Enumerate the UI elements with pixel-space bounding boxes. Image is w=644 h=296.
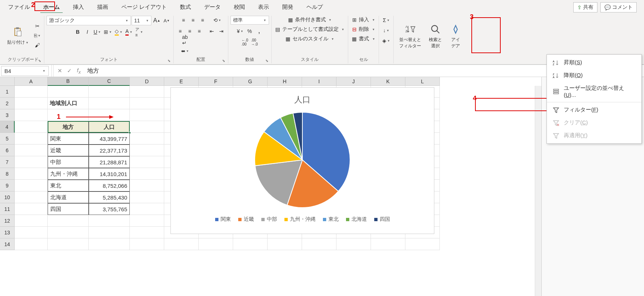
row-header-8[interactable]: 8 [0, 168, 15, 180]
row-header-3[interactable]: 3 [0, 109, 15, 121]
font-size-select[interactable]: 11▼ [132, 16, 151, 25]
bold-button[interactable]: B [73, 28, 82, 36]
sort-desc-item[interactable]: ZA 降順(O) [547, 69, 641, 82]
cell-D13[interactable] [130, 227, 164, 238]
insert-cells-button[interactable]: ⊞挿入▼ [351, 16, 376, 24]
col-header-A[interactable]: A [15, 77, 48, 86]
cell-B7[interactable]: 中部 [48, 156, 89, 168]
tab-ファイル[interactable]: ファイル [3, 1, 35, 13]
cell-L14[interactable] [405, 238, 440, 250]
col-header-L[interactable]: L [405, 77, 440, 86]
cell-D1[interactable] [130, 86, 164, 98]
select-all-corner[interactable] [0, 77, 15, 86]
paste-button[interactable]: 貼り付け▼ [4, 25, 32, 47]
cell-A2[interactable] [15, 98, 48, 109]
merge-button[interactable]: ⬌▼ [179, 47, 191, 55]
cell-C13[interactable] [89, 227, 130, 238]
border-button[interactable]: ⊞▼ [103, 28, 113, 36]
cell-I14[interactable] [302, 238, 336, 250]
row-header-11[interactable]: 11 [0, 203, 15, 215]
cell-A8[interactable] [15, 168, 48, 180]
col-header-H[interactable]: H [268, 77, 302, 86]
cell-C4[interactable]: 人口 [89, 121, 130, 133]
phonetic-button[interactable]: ア亜▼ [134, 28, 144, 36]
vertical-scrollbar[interactable] [535, 86, 541, 296]
cell-D4[interactable] [130, 121, 164, 133]
cell-A14[interactable] [15, 238, 48, 250]
cell-A11[interactable] [15, 203, 48, 215]
tab-ヘルプ[interactable]: ヘルプ [301, 1, 328, 13]
row-header-12[interactable]: 12 [0, 215, 15, 227]
decrease-decimal-button[interactable]: .00→.0 [250, 38, 259, 47]
col-header-F[interactable]: F [199, 77, 233, 86]
cell-F14[interactable] [199, 238, 233, 250]
cell-C6[interactable]: 22,377,173 [89, 145, 130, 156]
cell-D6[interactable] [130, 145, 164, 156]
legend-item-四国[interactable]: 四国 [374, 216, 390, 223]
cell-A10[interactable] [15, 191, 48, 203]
launcher-icon[interactable]: ⬊ [265, 59, 268, 63]
align-top-button[interactable]: ≡ [179, 16, 188, 25]
launcher-icon[interactable]: ⬊ [38, 59, 41, 63]
cell-E14[interactable] [164, 238, 199, 250]
cell-A1[interactable] [15, 86, 48, 98]
currency-button[interactable]: ¥▼ [236, 27, 244, 36]
sort-asc-item[interactable]: AZ 昇順(S) [547, 56, 641, 69]
name-box[interactable]: B4▼ [1, 66, 49, 76]
cell-C5[interactable]: 43,399,777 [89, 133, 130, 145]
legend-item-近畿[interactable]: 近畿 [238, 216, 254, 223]
cell-B9[interactable]: 東北 [48, 180, 89, 191]
cell-C2[interactable] [89, 98, 130, 109]
cell-B14[interactable] [48, 238, 89, 250]
tab-データ[interactable]: データ [199, 1, 226, 13]
tab-開発[interactable]: 開発 [277, 1, 298, 13]
row-header-1[interactable]: 1 [0, 86, 15, 98]
increase-decimal-button[interactable]: ←.0.00 [240, 38, 249, 47]
cell-B11[interactable]: 四国 [48, 203, 89, 215]
indent-increase-button[interactable]: ⇥ [217, 27, 226, 36]
cell-D12[interactable] [130, 215, 164, 227]
comment-button[interactable]: 💬 コメント [600, 2, 637, 12]
font-color-button[interactable]: A▼ [124, 28, 133, 36]
cell-D9[interactable] [130, 180, 164, 191]
cell-C11[interactable]: 3,755,765 [89, 203, 130, 215]
accept-formula-button[interactable]: ✓ [65, 66, 74, 76]
legend-item-北海道[interactable]: 北海道 [346, 216, 367, 223]
cell-D2[interactable] [130, 98, 164, 109]
tab-挿入[interactable]: 挿入 [68, 1, 89, 13]
cell-A3[interactable] [15, 109, 48, 121]
cell-C12[interactable] [89, 215, 130, 227]
tab-表示[interactable]: 表示 [253, 1, 274, 13]
row-header-7[interactable]: 7 [0, 156, 15, 168]
cell-D8[interactable] [130, 168, 164, 180]
launcher-icon[interactable]: ⬊ [222, 59, 225, 63]
cell-C14[interactable] [89, 238, 130, 250]
cell-B13[interactable] [48, 227, 89, 238]
fill-button[interactable]: ↓▼ [382, 26, 391, 35]
pie-chart[interactable]: 人口 関東近畿中部九州・沖縄東北北海道四国 [170, 87, 434, 234]
col-header-D[interactable]: D [130, 77, 164, 86]
cell-B1[interactable] [48, 86, 89, 98]
legend-item-九州・沖縄[interactable]: 九州・沖縄 [284, 216, 316, 223]
font-name-select[interactable]: 游ゴシック▼ [47, 16, 131, 25]
cell-D11[interactable] [130, 203, 164, 215]
filter-item[interactable]: フィルター(F) [547, 103, 641, 116]
col-header-E[interactable]: E [164, 77, 199, 86]
fx-button[interactable]: fx [74, 66, 84, 76]
delete-cells-button[interactable]: ⊟削除▼ [351, 25, 376, 33]
clear-button[interactable]: ◈▼ [381, 36, 391, 45]
row-header-14[interactable]: 14 [0, 238, 15, 250]
number-format-select[interactable]: 標準▼ [231, 16, 269, 25]
cell-D3[interactable] [130, 109, 164, 121]
cell-B8[interactable]: 九州・沖縄 [48, 168, 89, 180]
cell-D7[interactable] [130, 156, 164, 168]
col-header-I[interactable]: I [302, 77, 336, 86]
format-cells-button[interactable]: ▦書式▼ [350, 35, 376, 43]
col-header-J[interactable]: J [336, 77, 371, 86]
cell-B10[interactable]: 北海道 [48, 191, 89, 203]
tab-数式[interactable]: 数式 [175, 1, 196, 13]
col-header-C[interactable]: C [89, 77, 130, 86]
ideas-button[interactable]: アイ デア [446, 22, 465, 51]
cell-C9[interactable]: 8,752,066 [89, 180, 130, 191]
col-header-K[interactable]: K [371, 77, 405, 86]
